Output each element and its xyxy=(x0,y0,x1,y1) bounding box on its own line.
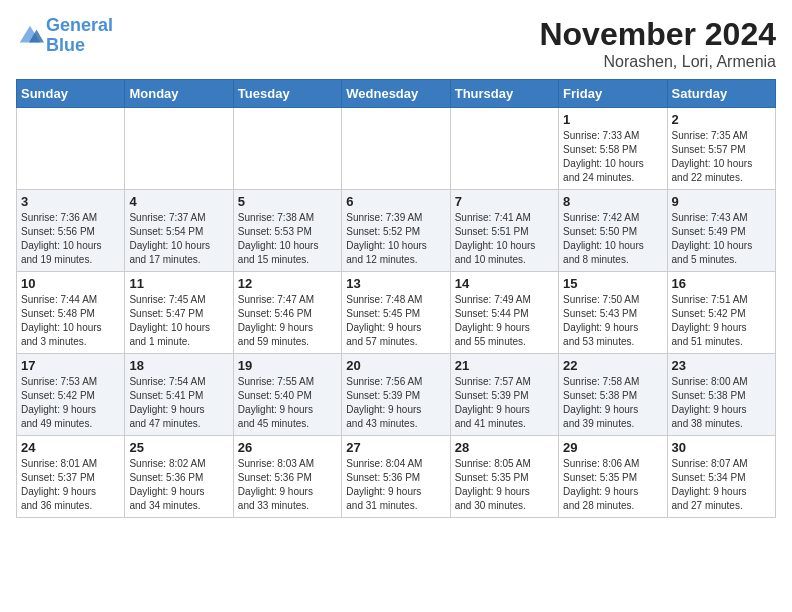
calendar-table: SundayMondayTuesdayWednesdayThursdayFrid… xyxy=(16,79,776,518)
calendar-cell: 23Sunrise: 8:00 AMSunset: 5:38 PMDayligh… xyxy=(667,354,775,436)
day-number: 6 xyxy=(346,194,445,209)
day-info: Sunrise: 7:35 AMSunset: 5:57 PMDaylight:… xyxy=(672,129,771,185)
calendar-header: SundayMondayTuesdayWednesdayThursdayFrid… xyxy=(17,80,776,108)
calendar-cell: 2Sunrise: 7:35 AMSunset: 5:57 PMDaylight… xyxy=(667,108,775,190)
day-number: 13 xyxy=(346,276,445,291)
calendar-cell: 4Sunrise: 7:37 AMSunset: 5:54 PMDaylight… xyxy=(125,190,233,272)
weekday-header-row: SundayMondayTuesdayWednesdayThursdayFrid… xyxy=(17,80,776,108)
calendar-cell: 14Sunrise: 7:49 AMSunset: 5:44 PMDayligh… xyxy=(450,272,558,354)
calendar-cell: 29Sunrise: 8:06 AMSunset: 5:35 PMDayligh… xyxy=(559,436,667,518)
calendar-cell: 18Sunrise: 7:54 AMSunset: 5:41 PMDayligh… xyxy=(125,354,233,436)
day-info: Sunrise: 7:45 AMSunset: 5:47 PMDaylight:… xyxy=(129,293,228,349)
day-info: Sunrise: 7:57 AMSunset: 5:39 PMDaylight:… xyxy=(455,375,554,431)
day-info: Sunrise: 7:49 AMSunset: 5:44 PMDaylight:… xyxy=(455,293,554,349)
month-title: November 2024 xyxy=(539,16,776,53)
calendar-cell: 3Sunrise: 7:36 AMSunset: 5:56 PMDaylight… xyxy=(17,190,125,272)
day-number: 12 xyxy=(238,276,337,291)
day-info: Sunrise: 7:36 AMSunset: 5:56 PMDaylight:… xyxy=(21,211,120,267)
calendar-cell xyxy=(233,108,341,190)
day-number: 27 xyxy=(346,440,445,455)
day-number: 8 xyxy=(563,194,662,209)
day-number: 9 xyxy=(672,194,771,209)
calendar-cell: 13Sunrise: 7:48 AMSunset: 5:45 PMDayligh… xyxy=(342,272,450,354)
calendar-cell: 9Sunrise: 7:43 AMSunset: 5:49 PMDaylight… xyxy=(667,190,775,272)
day-info: Sunrise: 7:47 AMSunset: 5:46 PMDaylight:… xyxy=(238,293,337,349)
calendar-cell: 24Sunrise: 8:01 AMSunset: 5:37 PMDayligh… xyxy=(17,436,125,518)
day-info: Sunrise: 7:51 AMSunset: 5:42 PMDaylight:… xyxy=(672,293,771,349)
calendar-cell xyxy=(342,108,450,190)
weekday-header-sunday: Sunday xyxy=(17,80,125,108)
day-number: 30 xyxy=(672,440,771,455)
calendar-cell: 28Sunrise: 8:05 AMSunset: 5:35 PMDayligh… xyxy=(450,436,558,518)
calendar-cell xyxy=(17,108,125,190)
calendar-cell: 10Sunrise: 7:44 AMSunset: 5:48 PMDayligh… xyxy=(17,272,125,354)
day-info: Sunrise: 7:50 AMSunset: 5:43 PMDaylight:… xyxy=(563,293,662,349)
day-number: 5 xyxy=(238,194,337,209)
weekday-header-thursday: Thursday xyxy=(450,80,558,108)
day-number: 23 xyxy=(672,358,771,373)
day-number: 11 xyxy=(129,276,228,291)
day-number: 10 xyxy=(21,276,120,291)
day-number: 22 xyxy=(563,358,662,373)
calendar-cell xyxy=(125,108,233,190)
week-row-5: 24Sunrise: 8:01 AMSunset: 5:37 PMDayligh… xyxy=(17,436,776,518)
calendar-cell: 21Sunrise: 7:57 AMSunset: 5:39 PMDayligh… xyxy=(450,354,558,436)
logo: General Blue xyxy=(16,16,113,56)
day-number: 16 xyxy=(672,276,771,291)
day-info: Sunrise: 7:54 AMSunset: 5:41 PMDaylight:… xyxy=(129,375,228,431)
day-info: Sunrise: 7:56 AMSunset: 5:39 PMDaylight:… xyxy=(346,375,445,431)
calendar-cell: 15Sunrise: 7:50 AMSunset: 5:43 PMDayligh… xyxy=(559,272,667,354)
calendar-cell: 22Sunrise: 7:58 AMSunset: 5:38 PMDayligh… xyxy=(559,354,667,436)
calendar-cell: 20Sunrise: 7:56 AMSunset: 5:39 PMDayligh… xyxy=(342,354,450,436)
day-info: Sunrise: 7:37 AMSunset: 5:54 PMDaylight:… xyxy=(129,211,228,267)
day-info: Sunrise: 7:39 AMSunset: 5:52 PMDaylight:… xyxy=(346,211,445,267)
day-info: Sunrise: 8:03 AMSunset: 5:36 PMDaylight:… xyxy=(238,457,337,513)
calendar-cell: 11Sunrise: 7:45 AMSunset: 5:47 PMDayligh… xyxy=(125,272,233,354)
day-number: 2 xyxy=(672,112,771,127)
calendar-cell: 26Sunrise: 8:03 AMSunset: 5:36 PMDayligh… xyxy=(233,436,341,518)
day-number: 26 xyxy=(238,440,337,455)
calendar-cell: 19Sunrise: 7:55 AMSunset: 5:40 PMDayligh… xyxy=(233,354,341,436)
calendar-cell: 17Sunrise: 7:53 AMSunset: 5:42 PMDayligh… xyxy=(17,354,125,436)
calendar-cell: 7Sunrise: 7:41 AMSunset: 5:51 PMDaylight… xyxy=(450,190,558,272)
day-number: 4 xyxy=(129,194,228,209)
day-info: Sunrise: 8:06 AMSunset: 5:35 PMDaylight:… xyxy=(563,457,662,513)
day-info: Sunrise: 8:04 AMSunset: 5:36 PMDaylight:… xyxy=(346,457,445,513)
calendar-cell: 8Sunrise: 7:42 AMSunset: 5:50 PMDaylight… xyxy=(559,190,667,272)
week-row-4: 17Sunrise: 7:53 AMSunset: 5:42 PMDayligh… xyxy=(17,354,776,436)
page-header: General Blue November 2024 Norashen, Lor… xyxy=(16,16,776,71)
day-info: Sunrise: 7:55 AMSunset: 5:40 PMDaylight:… xyxy=(238,375,337,431)
day-number: 1 xyxy=(563,112,662,127)
logo-icon xyxy=(16,22,44,50)
calendar-cell: 30Sunrise: 8:07 AMSunset: 5:34 PMDayligh… xyxy=(667,436,775,518)
day-info: Sunrise: 7:43 AMSunset: 5:49 PMDaylight:… xyxy=(672,211,771,267)
week-row-1: 1Sunrise: 7:33 AMSunset: 5:58 PMDaylight… xyxy=(17,108,776,190)
calendar-cell: 27Sunrise: 8:04 AMSunset: 5:36 PMDayligh… xyxy=(342,436,450,518)
day-number: 21 xyxy=(455,358,554,373)
weekday-header-friday: Friday xyxy=(559,80,667,108)
calendar-cell: 1Sunrise: 7:33 AMSunset: 5:58 PMDaylight… xyxy=(559,108,667,190)
day-number: 24 xyxy=(21,440,120,455)
day-info: Sunrise: 7:33 AMSunset: 5:58 PMDaylight:… xyxy=(563,129,662,185)
calendar-cell: 16Sunrise: 7:51 AMSunset: 5:42 PMDayligh… xyxy=(667,272,775,354)
day-info: Sunrise: 7:41 AMSunset: 5:51 PMDaylight:… xyxy=(455,211,554,267)
day-info: Sunrise: 8:02 AMSunset: 5:36 PMDaylight:… xyxy=(129,457,228,513)
day-info: Sunrise: 7:42 AMSunset: 5:50 PMDaylight:… xyxy=(563,211,662,267)
calendar-cell: 5Sunrise: 7:38 AMSunset: 5:53 PMDaylight… xyxy=(233,190,341,272)
title-block: November 2024 Norashen, Lori, Armenia xyxy=(539,16,776,71)
calendar-body: 1Sunrise: 7:33 AMSunset: 5:58 PMDaylight… xyxy=(17,108,776,518)
logo-text: General Blue xyxy=(46,16,113,56)
day-info: Sunrise: 7:58 AMSunset: 5:38 PMDaylight:… xyxy=(563,375,662,431)
weekday-header-tuesday: Tuesday xyxy=(233,80,341,108)
day-number: 17 xyxy=(21,358,120,373)
calendar-cell: 12Sunrise: 7:47 AMSunset: 5:46 PMDayligh… xyxy=(233,272,341,354)
day-number: 28 xyxy=(455,440,554,455)
week-row-2: 3Sunrise: 7:36 AMSunset: 5:56 PMDaylight… xyxy=(17,190,776,272)
location: Norashen, Lori, Armenia xyxy=(539,53,776,71)
day-number: 7 xyxy=(455,194,554,209)
calendar-cell xyxy=(450,108,558,190)
weekday-header-monday: Monday xyxy=(125,80,233,108)
day-number: 15 xyxy=(563,276,662,291)
weekday-header-wednesday: Wednesday xyxy=(342,80,450,108)
day-number: 18 xyxy=(129,358,228,373)
